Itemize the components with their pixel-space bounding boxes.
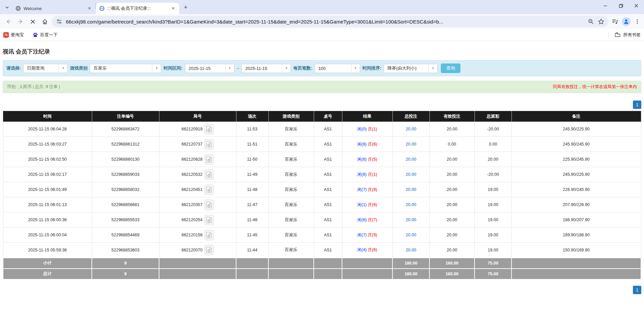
cell-game: 百家乐 bbox=[268, 167, 314, 182]
date-start-input[interactable]: 2025-11-15 ▼ bbox=[185, 64, 234, 73]
cell-round-id: 662120158 bbox=[159, 228, 236, 243]
browser-menu-icon[interactable] bbox=[634, 18, 641, 25]
total-row-cell-8: 160.00 bbox=[429, 269, 475, 279]
pagination-bottom: 1 bbox=[3, 286, 641, 294]
url-text[interactable]: 66cxkj98.com/game/betrecord_search/kind3… bbox=[66, 19, 584, 25]
forward-button[interactable] bbox=[15, 16, 26, 27]
column-header: 注单编号 bbox=[92, 111, 159, 122]
view-round-video-button[interactable] bbox=[204, 215, 214, 225]
media-controls-icon[interactable] bbox=[612, 18, 618, 25]
forward-arrow-icon bbox=[17, 18, 24, 25]
cell-game: 百家乐 bbox=[268, 182, 314, 197]
result-player: 闲(6) bbox=[357, 172, 367, 177]
cell-valid-bet: 0.00 bbox=[429, 137, 475, 152]
view-round-video-button[interactable] bbox=[204, 124, 214, 134]
table-row: 2025-11-15 06:00:04522968854469662120158… bbox=[3, 228, 641, 243]
page-1-button[interactable]: 1 bbox=[633, 286, 641, 294]
result-banker: 庄(1) bbox=[367, 172, 377, 177]
result-banker: 庄(7) bbox=[367, 217, 377, 222]
total-row-cell-0: 总计 bbox=[3, 269, 92, 279]
cell-session: 11-53 bbox=[236, 122, 268, 137]
table-row: 2025-11-15 06:02:17522968859033662120532… bbox=[3, 167, 641, 182]
bookmark-star-icon[interactable] bbox=[598, 18, 604, 25]
table-row: 2025-11-15 06:01:49522968858032662120451… bbox=[3, 182, 641, 197]
cell-time: 2025-11-15 06:00:04 bbox=[3, 228, 92, 243]
cell-total-bet: 20.00 bbox=[392, 243, 429, 258]
zoom-icon[interactable] bbox=[588, 18, 594, 25]
close-window-button[interactable] bbox=[629, 0, 644, 11]
view-round-video-button[interactable] bbox=[204, 185, 214, 195]
cell-game: 百家乐 bbox=[268, 152, 314, 167]
tab-bet-records[interactable]: :::视讯 会员下注纪录::: ✕ bbox=[96, 3, 179, 14]
bookmark-baidu[interactable]: 百度一下 bbox=[33, 32, 58, 38]
bookmark-taobao[interactable]: 淘 爱淘宝 bbox=[3, 32, 24, 38]
result-player: 闲(1) bbox=[357, 202, 367, 207]
close-icon bbox=[634, 4, 638, 8]
cell-bet-id: 522968855533 bbox=[92, 212, 159, 228]
cell-remark: 226.90/245.90 bbox=[512, 182, 641, 197]
cell-total-bet: 20.00 bbox=[392, 182, 429, 197]
home-button[interactable] bbox=[40, 16, 50, 27]
total-bet-link[interactable]: 20.00 bbox=[406, 202, 416, 207]
view-round-video-button[interactable] bbox=[204, 154, 214, 165]
result-banker: 庄(1) bbox=[367, 127, 377, 131]
profile-avatar[interactable] bbox=[622, 17, 631, 26]
cell-valid-bet: 20.00 bbox=[429, 167, 475, 182]
cell-remark: 188.90/207.90 bbox=[512, 212, 641, 228]
total-row-cell-5 bbox=[314, 269, 342, 279]
total-bet-link[interactable]: 20.00 bbox=[406, 172, 416, 177]
cell-time: 2025-11-15 06:01:13 bbox=[3, 197, 92, 212]
column-header: 局号 bbox=[159, 111, 236, 122]
search-button[interactable]: 查询 bbox=[441, 64, 460, 73]
chevron-down-icon: ▼ bbox=[59, 64, 67, 73]
cell-result: 闲(6) 庄(7) bbox=[342, 212, 392, 228]
total-bet-link[interactable]: 20.00 bbox=[406, 127, 416, 131]
subtotal-row-cell-1: 9 bbox=[92, 258, 159, 269]
back-button[interactable] bbox=[3, 16, 13, 27]
tab-search-button[interactable] bbox=[3, 3, 11, 12]
total-bet-link[interactable]: 20.00 bbox=[406, 142, 416, 147]
total-bet-link[interactable]: 20.00 bbox=[406, 217, 416, 222]
table-row: 2025-11-15 06:02:50522968860130662120628… bbox=[3, 152, 641, 167]
maximize-button[interactable] bbox=[613, 0, 629, 11]
all-bookmarks-label: 所有书签 bbox=[623, 32, 641, 38]
game-category-select[interactable]: 百家乐 ▼ bbox=[90, 64, 161, 73]
minimize-button[interactable] bbox=[598, 0, 613, 11]
total-bet-link[interactable]: 20.00 bbox=[406, 248, 416, 252]
stop-loading-button[interactable] bbox=[28, 16, 38, 27]
date-end-input[interactable]: 2025-11-15 ▼ bbox=[241, 64, 291, 73]
round-id-text: 662120919 bbox=[182, 127, 203, 131]
all-bookmarks[interactable]: 所有书签 bbox=[608, 32, 641, 38]
total-bet-link[interactable]: 20.00 bbox=[406, 187, 416, 192]
toolbar-right-cluster bbox=[612, 17, 641, 26]
video-record-icon bbox=[206, 141, 212, 148]
view-round-video-button[interactable] bbox=[204, 139, 214, 150]
column-header: 场次 bbox=[236, 111, 268, 122]
cell-payout: 19.00 bbox=[475, 243, 512, 258]
tab-close-icon[interactable]: ✕ bbox=[87, 6, 92, 11]
result-banker: 庄(6) bbox=[367, 142, 377, 147]
chevron-down-icon: ▼ bbox=[152, 64, 161, 73]
total-row-cell-4 bbox=[268, 269, 314, 279]
tab-welcome[interactable]: Welcome ✕ bbox=[12, 3, 96, 14]
total-bet-link[interactable]: 20.00 bbox=[406, 233, 416, 237]
view-round-video-button[interactable] bbox=[204, 169, 214, 180]
per-page-select[interactable]: 100 ▼ bbox=[315, 64, 360, 73]
url-bar[interactable]: 66cxkj98.com/game/betrecord_search/kind3… bbox=[52, 16, 608, 27]
cell-session: 11-50 bbox=[236, 152, 268, 167]
cell-time: 2025-11-15 06:04:28 bbox=[3, 122, 92, 137]
sort-order-select[interactable]: 降幂(由大到小) ▼ bbox=[384, 64, 438, 73]
cell-game: 百家乐 bbox=[268, 137, 314, 152]
chevron-down-icon bbox=[5, 5, 9, 9]
cell-time: 2025-11-15 06:00:36 bbox=[3, 212, 92, 228]
view-round-video-button[interactable] bbox=[204, 230, 214, 240]
view-round-video-button[interactable] bbox=[204, 245, 214, 255]
total-bet-link[interactable]: 20.00 bbox=[406, 157, 416, 162]
pagination-top: 1 bbox=[3, 101, 641, 109]
query-type-select[interactable]: 日期查询 ▼ bbox=[23, 64, 68, 73]
page-1-button[interactable]: 1 bbox=[633, 101, 641, 109]
tab-close-icon[interactable]: ✕ bbox=[171, 6, 176, 11]
site-settings-icon[interactable] bbox=[56, 18, 63, 25]
new-tab-button[interactable]: + bbox=[181, 3, 190, 12]
view-round-video-button[interactable] bbox=[204, 200, 214, 210]
